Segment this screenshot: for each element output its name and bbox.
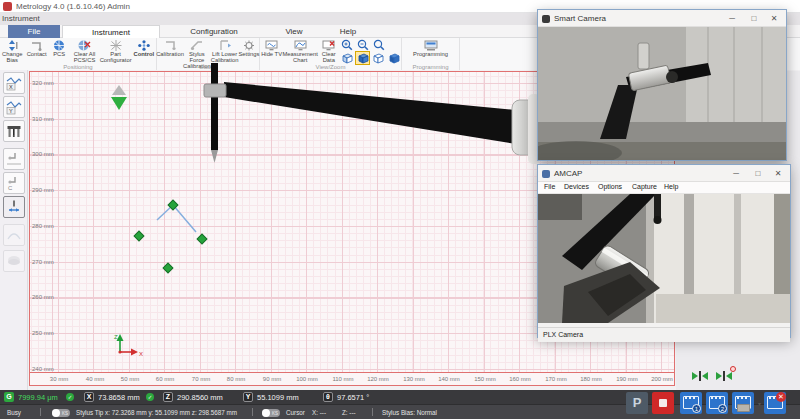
probe-limit-indicator-2 [716, 371, 732, 381]
chart-y-button[interactable]: Y [3, 96, 25, 118]
amcap-titlebar[interactable]: AMCAP ─ □ ✕ [538, 165, 790, 182]
amcap-menubar: File Devices Options Capture Help [538, 182, 790, 194]
close-icon[interactable]: ✕ [764, 10, 784, 27]
y-axis-label: 310 mm [32, 116, 58, 122]
x-axis-label: 30 mm [44, 376, 74, 382]
probe-icon [6, 151, 22, 167]
limit-alarm-icon [730, 366, 736, 372]
x-axis-label: 200 mm [647, 376, 677, 382]
tab-instrument[interactable]: Instrument [62, 25, 160, 38]
menu-file[interactable]: File [544, 183, 555, 190]
tab-file[interactable]: File [8, 25, 60, 38]
contact-button[interactable]: Contact [24, 39, 48, 63]
menu-capture[interactable]: Capture [632, 183, 657, 190]
toggle-label: KS [272, 411, 278, 416]
tab-help[interactable]: Help [326, 25, 370, 38]
close-icon[interactable]: ✕ [768, 165, 788, 182]
view-cube-solid-icon[interactable] [356, 52, 370, 64]
part-configurator-icon [110, 39, 122, 51]
measurement-chart-button[interactable]: Measurement Chart [283, 39, 317, 64]
clear-data-button[interactable]: Clear Data [318, 39, 340, 64]
pcs-sphere-icon [53, 39, 65, 51]
smart-camera-titlebar[interactable]: Smart Camera ─ □ ✕ [538, 10, 786, 27]
group-label-gauge: Gauge [157, 64, 259, 70]
y-axis-label: 280 mm [32, 223, 58, 229]
amcap-video-feed [538, 194, 790, 323]
view-cube-shaded-icon[interactable] [387, 52, 401, 64]
svg-text:C: C [8, 185, 13, 191]
x-axis-label: 140 mm [434, 376, 464, 382]
menu-options[interactable]: Options [598, 183, 622, 190]
change-bias-button[interactable]: Change Bias [0, 39, 24, 63]
pcs-label: PCS [53, 51, 65, 57]
separator [252, 408, 253, 416]
zoom-in-icon[interactable] [340, 39, 354, 51]
x-axis-label: 170 mm [541, 376, 571, 382]
x-axis-label: 90 mm [257, 376, 287, 382]
x-axis-strip: 30 mm 40 mm 50 mm 60 mm 70 mm 80 mm 90 m… [30, 372, 674, 385]
chart-y-icon: Y [6, 99, 22, 115]
tab-configuration[interactable]: Configuration [166, 25, 262, 38]
window-1-button[interactable]: 1 [680, 392, 702, 414]
window-close-all-button[interactable]: ✕ [764, 392, 786, 414]
lift-lower-label: Lift Lower Calibration [211, 51, 239, 63]
menu-help[interactable]: Help [664, 183, 678, 190]
window-titlebar-dots-icon [685, 397, 697, 399]
record-stop-button[interactable] [652, 392, 674, 414]
change-bias-label: Change Bias [0, 51, 24, 63]
window-title: Metrology 4.0 (1.6.10.46) Admin [16, 2, 130, 11]
probe-limit-indicator-1 [692, 371, 708, 381]
hide-tv-button[interactable]: Hide TV [261, 39, 283, 64]
probe-view-button[interactable] [3, 148, 25, 170]
ribbon-group-gauge: Calibration Stylus Force Calibration Lif… [157, 38, 260, 70]
gear-icon [243, 39, 255, 51]
surface-view-button[interactable] [3, 250, 25, 272]
view-cube-hidden-icon[interactable] [371, 52, 385, 64]
menu-devices[interactable]: Devices [564, 183, 589, 190]
zoom-fit-icon[interactable] [372, 39, 386, 51]
g-value: 7999.94 μm [18, 393, 58, 402]
x-axis-label: 130 mm [399, 376, 429, 382]
probe-move-button[interactable] [3, 196, 25, 218]
svg-text:Y: Y [9, 108, 13, 114]
x-axis-label: 60 mm [150, 376, 180, 382]
clear-all-pcs-button[interactable]: Clear All PCS/CS [69, 39, 99, 63]
x-axis-label: 80 mm [221, 376, 251, 382]
lift-lower-icon [218, 39, 232, 51]
ribbon-group-viewzoom: Hide TV Measurement Chart Clear Data [260, 38, 402, 70]
cursor-toggle[interactable]: KS [262, 409, 280, 417]
y-axis-label: 300 mm [32, 151, 58, 157]
window-2-button[interactable]: 2 [706, 392, 728, 414]
x-check-icon: ✓ [146, 393, 154, 401]
measurement-chart-label: Measurement Chart [282, 51, 317, 63]
programming-button[interactable]: Programming [410, 39, 452, 57]
dropdown-caret-icon[interactable]: ▾ [758, 400, 761, 407]
hide-tv-label: Hide TV [261, 51, 282, 57]
maximize-icon[interactable]: □ [748, 165, 768, 182]
view-cube-wire-icon[interactable] [340, 52, 354, 64]
y-axis-label: 320 mm [32, 80, 58, 86]
y-axis-label: 270 mm [32, 259, 58, 265]
minimize-icon[interactable]: ─ [722, 10, 742, 27]
pcs-button[interactable]: PCS [49, 39, 70, 63]
window-folder-button[interactable]: ▾ [732, 392, 754, 414]
zoom-out-icon[interactable] [356, 39, 370, 51]
amcap-statusbar: PLX Camera [538, 327, 790, 342]
cursor-z-value: Z: --- [342, 409, 356, 416]
y-axis-label: 250 mm [32, 330, 58, 336]
maximize-icon[interactable]: □ [744, 10, 764, 27]
part-configurator-button[interactable]: Part Configurator [100, 39, 132, 63]
x-axis-label: 190 mm [612, 376, 642, 382]
arc-view-button[interactable] [3, 224, 25, 246]
minimize-icon[interactable]: ─ [726, 165, 746, 182]
contact-probe-icon [30, 39, 44, 51]
p-button[interactable]: P [626, 392, 648, 414]
chart-x-button[interactable]: X [3, 72, 25, 94]
control-button[interactable]: Control [132, 39, 156, 63]
y-axis-label: 290 mm [32, 187, 58, 193]
probe-c-button[interactable]: C [3, 172, 25, 194]
app-logo-icon [3, 2, 12, 11]
stylus-tip-toggle[interactable]: KS [52, 409, 70, 417]
machine-view-button[interactable] [3, 120, 25, 142]
tab-view[interactable]: View [270, 25, 318, 38]
